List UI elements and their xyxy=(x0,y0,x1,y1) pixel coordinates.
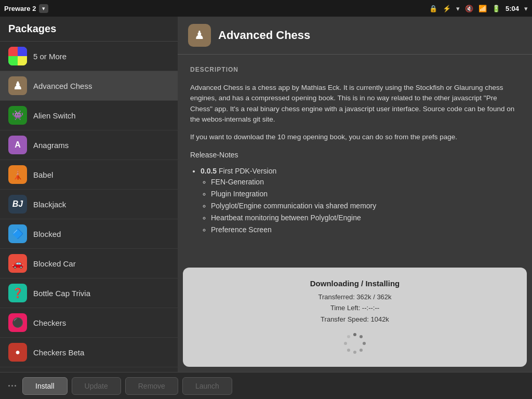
handle-dot-1 xyxy=(8,385,10,387)
version-desc: First PDK-Version xyxy=(219,167,276,175)
sub-item-0: FEN-Generation xyxy=(211,177,520,188)
main-area: Packages 5 or More ♟ Advanced Chess 👾 Al… xyxy=(0,17,532,372)
svg-point-5 xyxy=(347,349,350,352)
app-name-label: Preware 2 xyxy=(4,5,36,12)
content-body: DESCRIPTION Advanced Chess is a chess ap… xyxy=(178,55,532,372)
version-number: 0.0.5 xyxy=(201,167,217,175)
topbar-dropdown-button[interactable]: ▾ xyxy=(39,4,48,13)
svg-point-3 xyxy=(360,349,363,352)
anagrams-icon: A xyxy=(8,136,27,154)
sidebar-item-bottlecap[interactable]: ❓ Bottle Cap Trivia xyxy=(0,278,178,308)
update-button[interactable]: Update xyxy=(72,377,121,395)
advchess-icon: ♟ xyxy=(8,76,27,95)
remove-button[interactable]: Remove xyxy=(125,377,178,395)
blackjack-icon: BJ xyxy=(8,195,27,214)
topbar-more-icon: ▾ xyxy=(524,5,528,12)
sidebar-item-blocked[interactable]: 🔷 Blocked xyxy=(0,219,178,249)
install-button[interactable]: Install xyxy=(22,377,68,395)
content-panel: ♟ Advanced Chess DESCRIPTION Advanced Ch… xyxy=(178,17,532,372)
wifi-icon: 📶 xyxy=(478,5,487,12)
sidebar-item-label-5ormore: 5 or More xyxy=(33,52,66,61)
sidebar-item-blockedcar[interactable]: 🚗 Blocked Car xyxy=(0,249,178,278)
sidebar-item-label-checkersbeta: Checkers Beta xyxy=(33,348,84,357)
sidebar-handle xyxy=(8,385,16,387)
download-title: Downloading / Installing xyxy=(193,278,516,290)
sidebar-item-label-alienswitch: Alien Switch xyxy=(33,111,76,120)
sidebar-item-label-advchess: Advanced Chess xyxy=(33,82,92,90)
sidebar-item-blackjack[interactable]: BJ Blackjack xyxy=(0,190,178,219)
svg-point-2 xyxy=(363,342,366,345)
release-notes-list: 0.0.5 First PDK-Version FEN-Generation P… xyxy=(201,166,520,235)
download-spinner xyxy=(342,330,368,356)
signal-dropdown-icon: ▾ xyxy=(456,5,460,12)
download-transferred: Transferred: 362k / 362k xyxy=(193,292,516,302)
sidebar-item-anagrams[interactable]: A Anagrams xyxy=(0,130,178,160)
description-p2: If you want to download the 10 meg openi… xyxy=(190,132,520,142)
sub-item-3: Heartbeat monitoring between Polyglot/En… xyxy=(211,212,520,223)
sidebar-item-advchess[interactable]: ♟ Advanced Chess xyxy=(0,71,178,101)
section-label: DESCRIPTION xyxy=(190,65,520,74)
sidebar-item-5ormore[interactable]: 5 or More xyxy=(0,42,178,71)
release-notes-label: Release-Notes xyxy=(190,150,520,161)
launch-button[interactable]: Launch xyxy=(182,377,232,395)
mute-icon: 🔇 xyxy=(465,5,473,12)
sidebar-item-label-anagrams: Anagrams xyxy=(33,141,69,150)
release-notes-item: 0.0.5 First PDK-Version FEN-Generation P… xyxy=(201,166,520,235)
alienswitch-icon: 👾 xyxy=(8,106,27,125)
5ormore-icon xyxy=(8,47,27,65)
checkersbeta-icon: ● xyxy=(8,343,27,362)
blocked-icon: 🔷 xyxy=(8,224,27,243)
sidebar-item-label-bottlecap: Bottle Cap Trivia xyxy=(33,289,90,298)
sub-item-2: Polyglot/Engine communication via shared… xyxy=(211,201,520,211)
content-header: ♟ Advanced Chess xyxy=(178,17,532,55)
svg-point-7 xyxy=(347,335,350,338)
babel-icon: 🗼 xyxy=(8,165,27,184)
clock: 5:04 xyxy=(506,5,519,12)
sidebar-item-label-blocked: Blocked xyxy=(33,230,61,238)
svg-point-0 xyxy=(353,333,356,336)
blockedcar-icon: 🚗 xyxy=(8,254,27,273)
sidebar-item-label-babel: Babel xyxy=(33,170,53,179)
usb-icon: ⚡ xyxy=(443,5,451,12)
sidebar-header: Packages xyxy=(0,17,178,42)
sidebar-item-label-blackjack: Blackjack xyxy=(33,200,66,209)
bottom-buttons: Install Update Remove Launch xyxy=(22,377,232,395)
topbar-left: Preware 2 ▾ xyxy=(4,4,48,13)
sidebar-item-babel[interactable]: 🗼 Babel xyxy=(0,160,178,190)
lock-icon: 🔒 xyxy=(429,5,437,12)
svg-point-6 xyxy=(344,342,347,345)
sub-item-1: Plugin Integration xyxy=(211,189,520,200)
sub-item-4: Preference Screen xyxy=(211,224,520,235)
sidebar-item-checkersbeta[interactable]: ● Checkers Beta xyxy=(0,338,178,367)
topbar: Preware 2 ▾ 🔒 ⚡ ▾ 🔇 📶 🔋 5:04 ▾ xyxy=(0,0,532,17)
handle-dot-3 xyxy=(15,385,16,387)
topbar-right: 🔒 ⚡ ▾ 🔇 📶 🔋 5:04 ▾ xyxy=(429,5,528,12)
download-speed: Transfer Speed: 1042k xyxy=(193,314,516,325)
sidebar-item-alienswitch[interactable]: 👾 Alien Switch xyxy=(0,101,178,130)
sidebar-item-label-checkers: Checkers xyxy=(33,318,66,327)
app-header-title: Advanced Chess xyxy=(218,29,310,42)
sub-items-list: FEN-Generation Plugin Integration Polygl… xyxy=(211,177,520,235)
sidebar-item-checkers[interactable]: ⚫ Checkers xyxy=(0,308,178,338)
sidebar: Packages 5 or More ♟ Advanced Chess 👾 Al… xyxy=(0,17,178,372)
sidebar-item-colorfusion[interactable]: 💡 Color Fusion xyxy=(0,367,178,372)
svg-point-1 xyxy=(360,335,363,338)
handle-dot-2 xyxy=(11,385,13,387)
checkers-icon: ⚫ xyxy=(8,313,27,332)
svg-point-4 xyxy=(353,351,356,354)
download-time-left: Time Left: --:--:-- xyxy=(193,303,516,313)
bottom-bar: Install Update Remove Launch xyxy=(0,372,532,399)
bottlecap-icon: ❓ xyxy=(8,284,27,302)
sidebar-item-label-blockedcar: Blocked Car xyxy=(33,259,76,268)
battery-icon: 🔋 xyxy=(492,5,500,12)
sidebar-list: 5 or More ♟ Advanced Chess 👾 Alien Switc… xyxy=(0,42,178,372)
app-header-icon: ♟ xyxy=(188,24,211,47)
description-p1: Advanced Chess is a chess app by Mathias… xyxy=(190,83,520,125)
download-overlay: Downloading / Installing Transferred: 36… xyxy=(183,268,527,367)
